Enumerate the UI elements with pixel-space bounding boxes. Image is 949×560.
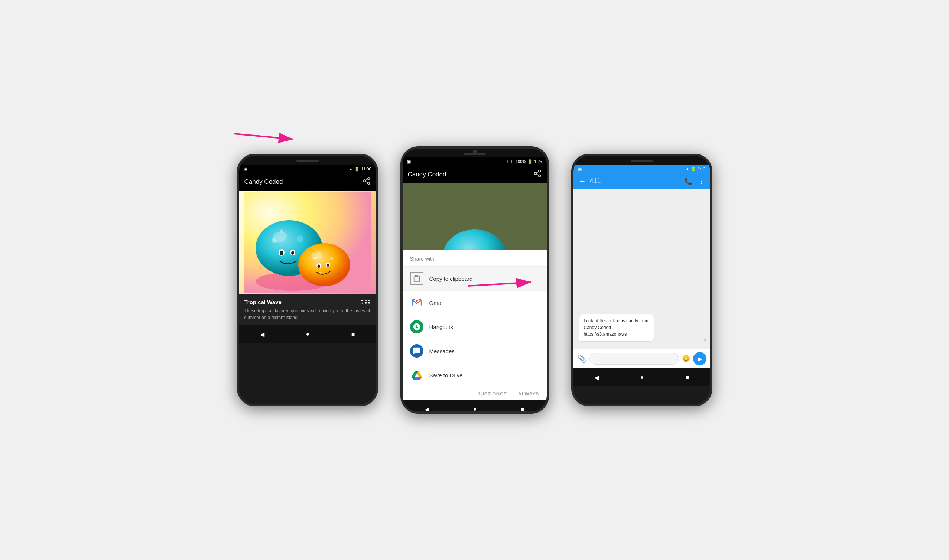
phone1-notch	[239, 156, 376, 165]
share-item-hangouts[interactable]: Hangouts	[403, 315, 547, 339]
phone1-candy-info: Tropical Wave 5.99 These tropical-flavor…	[239, 294, 376, 325]
phone1-status-bar: ▣ ▲ 🔋 11:00	[239, 165, 376, 173]
messages-label: Messages	[429, 348, 455, 354]
phone1-home-btn[interactable]: ●	[298, 329, 317, 339]
phone1-candy-name: Tropical Wave	[245, 299, 281, 305]
svg-point-21	[327, 264, 329, 267]
clipboard-icon	[410, 272, 423, 285]
phone1-candy-title-row: Tropical Wave 5.99	[245, 299, 371, 305]
svg-point-12	[291, 251, 294, 255]
svg-line-29	[536, 172, 538, 173]
phone1-candy-image	[239, 191, 376, 294]
phone3-back-arrow[interactable]: ←	[579, 177, 586, 185]
phone3-bottom-nav: ◀ ● ■	[574, 368, 710, 386]
phone3-emoji-icon[interactable]: 😊	[682, 355, 690, 363]
phone2-battery-icon: 🔋	[528, 159, 533, 164]
drive-icon	[410, 368, 423, 382]
phone3-input-row: 📎 😊 ▶	[574, 349, 710, 368]
phone1-speaker	[297, 160, 319, 162]
share-footer: JUST ONCE ALWAYS	[403, 387, 547, 400]
phone2-lte-label: LTE	[507, 159, 514, 164]
phone1-candy-svg	[245, 192, 371, 292]
phone1-back-btn[interactable]: ◀	[252, 329, 272, 339]
phone2-share-icon[interactable]	[534, 169, 541, 179]
phone3-menu-icon[interactable]: ⋮	[698, 177, 705, 185]
phone2-time: 1:25	[534, 159, 542, 164]
svg-point-16	[298, 243, 350, 286]
svg-rect-32	[415, 275, 418, 277]
phone3-back-btn[interactable]: ◀	[587, 372, 606, 383]
phone2-status-left: ▣	[407, 159, 411, 164]
messages-icon	[410, 344, 423, 358]
svg-point-13	[272, 238, 277, 243]
phone3-status-bar: ▣ ▲ 🔋 1:13	[574, 165, 710, 173]
phone1-status-left: ▣	[244, 167, 248, 172]
phone1-signal-icon: ▲	[349, 167, 353, 171]
phone2-app-bar: Candy Coded	[403, 166, 547, 183]
share-item-gmail[interactable]: Gmail	[403, 291, 547, 315]
phone1-time: 11:00	[361, 167, 371, 171]
phone2-status-right: LTE 100% 🔋 1:25	[507, 159, 542, 164]
phone2-content-area	[403, 183, 547, 250]
phone3-attachment-icon[interactable]: 📎	[577, 354, 586, 363]
send-arrow-icon: ▶	[698, 355, 702, 362]
gmail-icon	[410, 296, 423, 309]
phone3-message-input[interactable]	[589, 353, 679, 365]
share-item-drive[interactable]: Save to Drive	[403, 363, 547, 387]
phone1-recent-btn[interactable]: ■	[344, 329, 363, 339]
phone3-battery-icon: 🔋	[691, 167, 696, 172]
phone2-recent-btn[interactable]: ■	[513, 405, 532, 414]
phone3-phone-icon[interactable]: 📞	[684, 177, 692, 185]
phone1-app-bar: Candy Coded	[239, 173, 376, 191]
phone3-message-bubble: Look at this delicious candy from Candy …	[580, 314, 654, 341]
phone3-message-text: Look at this delicious candy from Candy …	[584, 318, 649, 337]
phone-1: ▣ ▲ 🔋 11:00 Candy Coded	[237, 154, 378, 406]
phone1-share-icon[interactable]	[363, 177, 371, 187]
phone3-app-bar: ← 411 📞 ⋮	[574, 173, 710, 189]
phone2-sim-icon: ▣	[407, 159, 411, 164]
phone2-home-btn[interactable]: ●	[466, 405, 484, 414]
svg-line-4	[365, 179, 368, 180]
phone2-content-svg	[404, 187, 545, 250]
share-with-header: Share with	[403, 250, 547, 267]
just-once-btn[interactable]: JUST ONCE	[478, 391, 507, 397]
share-item-clipboard[interactable]: Copy to clipboard	[403, 267, 547, 291]
drive-label: Save to Drive	[429, 372, 463, 378]
gmail-label: Gmail	[429, 300, 444, 306]
phone2-status-bar: ▣ LTE 100% 🔋 1:25	[403, 157, 547, 166]
phone3-message-count: 3	[704, 337, 706, 341]
phone1-app-title: Candy Coded	[245, 178, 283, 186]
phone-3: ▣ ▲ 🔋 1:13 ← 411 📞 ⋮ Look at this delici…	[571, 154, 712, 406]
phone3-send-btn[interactable]: ▶	[693, 352, 706, 365]
phone3-contact-title: 411	[590, 177, 601, 185]
clipboard-label: Copy to clipboard	[429, 275, 473, 282]
phone1-battery-icon: 🔋	[354, 167, 360, 172]
phone2-share-sheet: Share with Copy to clipboard	[403, 250, 547, 400]
svg-line-3	[365, 181, 368, 183]
phone2-back-btn[interactable]: ◀	[417, 405, 437, 414]
always-btn[interactable]: ALWAYS	[518, 391, 539, 397]
scene: ▣ ▲ 🔋 11:00 Candy Coded	[0, 0, 949, 560]
phone3-messages-area: Look at this delicious candy from Candy …	[574, 189, 710, 349]
phone3-back-row: ← 411	[579, 177, 601, 185]
svg-point-14	[297, 235, 303, 242]
phone3-time: 1:13	[698, 167, 705, 171]
phone2-battery-label: 100%	[515, 159, 526, 164]
phone3-speaker	[631, 160, 653, 162]
svg-point-15	[280, 229, 283, 233]
phone3-notch	[574, 156, 710, 165]
phone2-app-title: Candy Coded	[408, 171, 446, 178]
phone3-recent-btn[interactable]: ■	[678, 372, 697, 382]
share-item-messages[interactable]: Messages	[403, 339, 547, 363]
hangouts-icon	[410, 320, 423, 334]
phone3-sim-icon: ▣	[578, 167, 581, 172]
phone3-status-left: ▣	[578, 167, 581, 172]
phone-2: ▣ LTE 100% 🔋 1:25 Candy Coded	[400, 146, 549, 414]
phone1-bottom-nav: ◀ ● ■	[239, 325, 376, 343]
svg-line-28	[536, 174, 538, 175]
phone2-camera	[473, 150, 477, 154]
phone2-bottom-nav: ◀ ● ■	[403, 400, 547, 414]
svg-point-10	[280, 251, 283, 255]
phone3-home-btn[interactable]: ●	[633, 372, 652, 382]
phone1-sim-icon: ▣	[244, 167, 248, 172]
